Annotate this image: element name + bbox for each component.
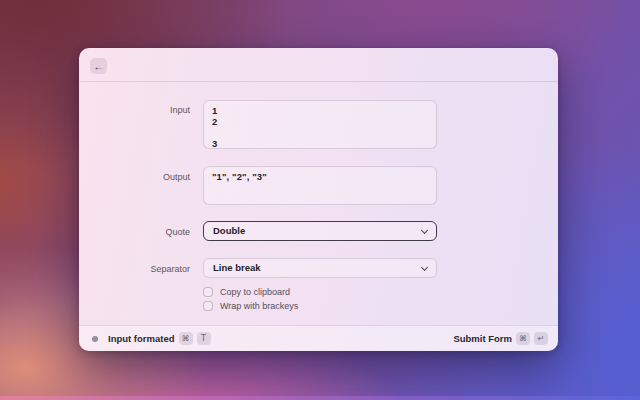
form-window: ← Input 1 2 3 Output "1", "2", "3" Quote… (79, 48, 558, 351)
output-row: Output "1", "2", "3" (79, 166, 558, 205)
quote-select[interactable]: Double (203, 221, 437, 241)
status-text: Input formated (108, 333, 175, 344)
checkbox-label: Copy to clipboard (220, 287, 290, 297)
back-button[interactable]: ← (90, 58, 107, 74)
separator-label: Separator (79, 258, 190, 274)
input-label: Input (79, 100, 190, 115)
cmd-key-icon: ⌘ (516, 332, 530, 345)
quote-row: Quote Double (79, 221, 558, 241)
output-label: Output (79, 166, 190, 182)
output-textarea[interactable]: "1", "2", "3" (203, 166, 437, 205)
status-group: Input formated ⌘ T (92, 332, 211, 345)
wrap-with-brackets-checkbox-row[interactable]: Wrap with brackeys (203, 301, 298, 311)
separator-row: Separator Line break (79, 258, 558, 278)
quote-select-value: Double (213, 225, 245, 236)
separator-select-value: Line break (213, 262, 261, 273)
window-header: ← (79, 48, 558, 82)
quote-label: Quote (79, 221, 190, 237)
chevron-down-icon (421, 264, 428, 271)
checkbox-icon[interactable] (203, 301, 213, 311)
extension-dot-icon (92, 336, 98, 342)
action-bar: Input formated ⌘ T Submit Form ⌘ ↵ (79, 325, 558, 351)
submit-form-label: Submit Form (453, 333, 512, 344)
separator-select[interactable]: Line break (203, 258, 437, 278)
input-textarea[interactable]: 1 2 3 (203, 100, 437, 149)
desktop-wallpaper: ← Input 1 2 3 Output "1", "2", "3" Quote… (0, 0, 640, 400)
submit-form-button[interactable]: Submit Form ⌘ ↵ (453, 332, 548, 345)
t-key-icon: T (197, 332, 211, 345)
cmd-key-icon: ⌘ (179, 332, 193, 345)
checkbox-label: Wrap with brackeys (220, 301, 298, 311)
chevron-down-icon (421, 226, 428, 233)
copy-to-clipboard-checkbox-row[interactable]: Copy to clipboard (203, 287, 290, 297)
checkbox-icon[interactable] (203, 287, 213, 297)
return-key-icon: ↵ (534, 332, 548, 345)
input-row: Input 1 2 3 (79, 100, 558, 149)
